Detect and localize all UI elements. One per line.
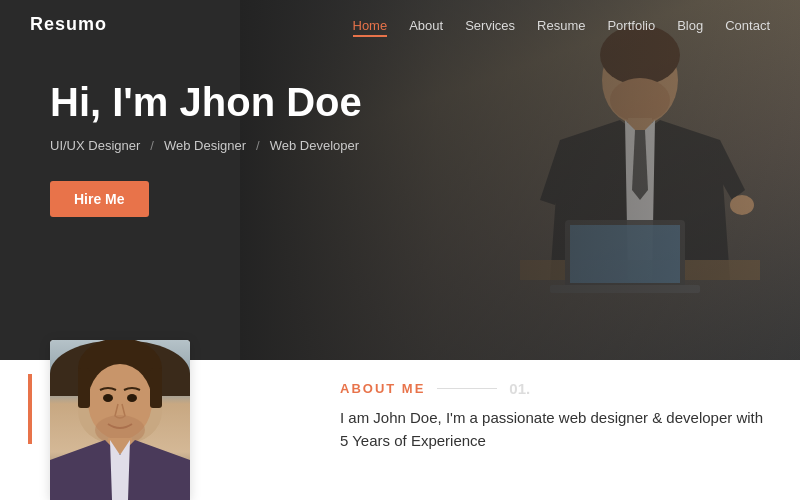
accent-bar <box>28 374 32 444</box>
svg-rect-11 <box>78 368 90 408</box>
svg-point-13 <box>103 394 113 402</box>
divider-2: / <box>256 138 260 153</box>
profile-photo-card <box>50 340 190 500</box>
about-divider-line <box>437 388 497 389</box>
divider-1: / <box>150 138 154 153</box>
role-2: Web Designer <box>164 138 246 153</box>
about-description: I am John Doe, I'm a passionate web desi… <box>340 407 770 452</box>
role-3: Web Developer <box>270 138 359 153</box>
hire-me-button[interactable]: Hire Me <box>50 181 149 217</box>
about-label-row: ABOUT ME 01. <box>340 380 770 397</box>
svg-rect-12 <box>150 368 162 408</box>
avatar-face <box>50 340 190 500</box>
about-label: ABOUT ME <box>340 381 425 396</box>
about-text-area: ABOUT ME 01. I am John Doe, I'm a passio… <box>340 380 770 452</box>
hero-subtitle: UI/UX Designer / Web Designer / Web Deve… <box>50 138 750 153</box>
role-1: UI/UX Designer <box>50 138 140 153</box>
hero-section: Hi, I'm Jhon Doe UI/UX Designer / Web De… <box>0 0 800 360</box>
avatar-svg <box>50 340 190 500</box>
svg-point-14 <box>127 394 137 402</box>
hero-content: Hi, I'm Jhon Doe UI/UX Designer / Web De… <box>0 0 800 217</box>
about-number: 01. <box>509 380 530 397</box>
hero-title: Hi, I'm Jhon Doe <box>50 80 750 124</box>
about-section: ABOUT ME 01. I am John Doe, I'm a passio… <box>0 360 800 500</box>
